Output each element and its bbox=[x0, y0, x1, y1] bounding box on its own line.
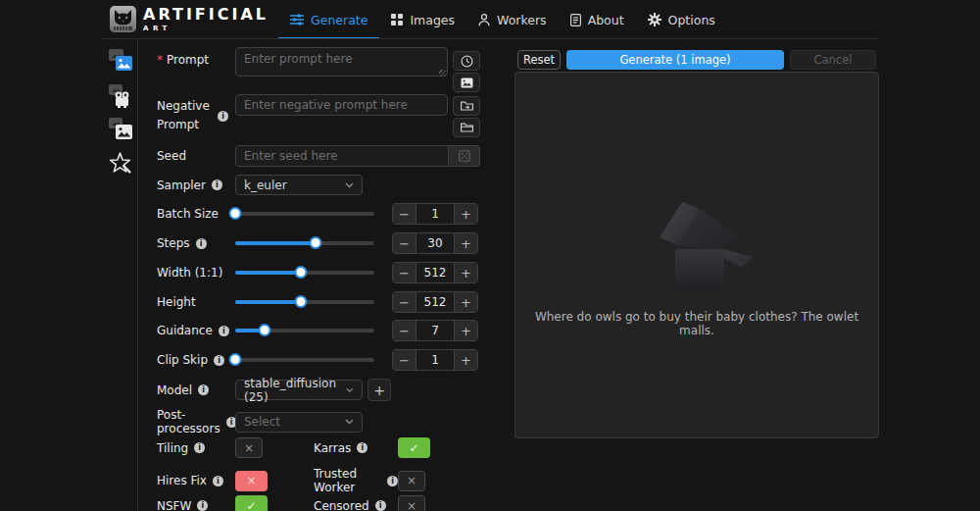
sidebar-item-video-generation[interactable] bbox=[106, 82, 135, 110]
censored-toggle[interactable]: × bbox=[398, 495, 425, 511]
clip-skip-slider[interactable] bbox=[235, 353, 374, 367]
main-nav: Generate Images Workers bbox=[278, 0, 727, 39]
info-icon[interactable]: i bbox=[219, 326, 229, 336]
increment-button[interactable]: + bbox=[454, 263, 477, 282]
sidebar-item-image-gallery[interactable] bbox=[106, 116, 135, 143]
nsfw-toggle[interactable]: ✓ bbox=[235, 495, 268, 511]
info-icon[interactable]: i bbox=[387, 476, 398, 486]
steps-row: Stepsi − 30 + bbox=[157, 232, 480, 254]
sampler-row: Sampler i k_euler bbox=[157, 175, 480, 195]
info-icon[interactable]: i bbox=[198, 384, 209, 395]
sampler-select[interactable]: k_euler bbox=[235, 175, 363, 195]
cancel-button[interactable]: Cancel bbox=[790, 50, 876, 70]
prompt-history-button[interactable] bbox=[453, 51, 480, 71]
width-row: Width (1:1) − 512 + bbox=[157, 262, 480, 283]
prompt-image-button[interactable] bbox=[453, 73, 480, 92]
prompt-label: * Prompt bbox=[157, 53, 235, 67]
karras-toggle[interactable]: ✓ bbox=[398, 437, 430, 458]
guidance-slider[interactable] bbox=[235, 324, 374, 337]
seed-input[interactable] bbox=[235, 145, 449, 167]
app-logo[interactable]: ARTIFICIAL ART bbox=[110, 6, 269, 32]
chevron-down-icon bbox=[345, 419, 354, 425]
censored-label: Censored i bbox=[314, 499, 398, 511]
hires-fix-toggle[interactable]: × bbox=[235, 471, 268, 491]
model-label: Model i bbox=[157, 383, 235, 397]
increment-button[interactable]: + bbox=[454, 292, 477, 312]
height-slider[interactable] bbox=[235, 295, 374, 309]
decrement-button[interactable]: − bbox=[393, 350, 416, 370]
save-prompt-button[interactable] bbox=[453, 96, 480, 116]
steps-stepper: − 30 + bbox=[392, 232, 478, 254]
width-slider[interactable] bbox=[235, 266, 374, 280]
info-icon[interactable]: i bbox=[194, 442, 205, 453]
nsfw-censored-row: NSFW i ✓ Censored i × bbox=[157, 495, 480, 511]
decrement-button[interactable]: − bbox=[393, 321, 416, 340]
width-value[interactable]: 512 bbox=[416, 263, 454, 282]
nav-tab-about[interactable]: About bbox=[559, 0, 636, 39]
info-icon[interactable]: i bbox=[197, 500, 208, 511]
generate-button[interactable]: Generate (1 image) bbox=[566, 50, 784, 70]
nav-tab-generate[interactable]: Generate bbox=[278, 0, 379, 39]
info-icon[interactable]: i bbox=[212, 179, 222, 190]
trusted-worker-toggle[interactable]: × bbox=[398, 471, 425, 491]
document-icon bbox=[570, 14, 581, 26]
add-model-button[interactable]: + bbox=[368, 379, 391, 401]
info-icon[interactable]: i bbox=[218, 111, 228, 122]
info-icon[interactable]: i bbox=[375, 500, 386, 511]
tiling-toggle[interactable]: × bbox=[235, 437, 263, 458]
decrement-button[interactable]: − bbox=[393, 233, 416, 253]
slider-thumb[interactable] bbox=[258, 324, 270, 336]
gear-icon bbox=[648, 13, 662, 26]
sidebar-item-rate-images[interactable] bbox=[106, 149, 135, 177]
steps-value[interactable]: 30 bbox=[416, 233, 454, 253]
guidance-value[interactable]: 7 bbox=[416, 321, 454, 340]
decrement-button[interactable]: − bbox=[393, 263, 416, 282]
nav-tab-images[interactable]: Images bbox=[379, 0, 466, 39]
load-prompt-button[interactable] bbox=[453, 118, 480, 137]
grid-icon bbox=[391, 14, 403, 26]
info-icon[interactable]: i bbox=[213, 476, 223, 486]
random-seed-button[interactable] bbox=[449, 145, 480, 167]
model-select[interactable]: stable_diffusion (25) bbox=[235, 380, 363, 400]
info-icon[interactable]: i bbox=[214, 355, 224, 366]
sidebar-item-image-generation[interactable] bbox=[106, 47, 135, 75]
person-icon bbox=[478, 14, 490, 26]
slider-thumb[interactable] bbox=[229, 207, 242, 220]
folder-open-icon bbox=[461, 100, 473, 112]
prompt-row: * Prompt bbox=[157, 47, 480, 92]
empty-box-icon bbox=[638, 186, 756, 294]
header-divider bbox=[103, 38, 879, 39]
batch-size-row: Batch Size − 1 + bbox=[157, 203, 480, 225]
increment-button[interactable]: + bbox=[454, 350, 477, 370]
image-thumbnail-icon bbox=[461, 77, 473, 88]
clip-skip-row: Clip Skipi − 1 + bbox=[157, 349, 480, 371]
info-icon[interactable]: i bbox=[196, 238, 207, 249]
batch-size-label: Batch Size bbox=[157, 207, 235, 221]
prompt-input[interactable] bbox=[235, 47, 448, 77]
increment-button[interactable]: + bbox=[454, 321, 477, 340]
required-mark: * bbox=[157, 53, 163, 67]
slider-thumb[interactable] bbox=[310, 236, 322, 249]
nav-tab-workers[interactable]: Workers bbox=[466, 0, 559, 39]
slider-thumb[interactable] bbox=[229, 353, 242, 366]
post-processors-select[interactable]: Select bbox=[235, 412, 363, 433]
steps-slider[interactable] bbox=[235, 236, 374, 250]
increment-button[interactable]: + bbox=[454, 233, 477, 253]
reset-button[interactable]: Reset bbox=[517, 50, 561, 70]
info-icon[interactable]: i bbox=[357, 442, 368, 453]
post-processors-row: Post-processors i Select bbox=[157, 408, 480, 435]
guidance-row: Guidancei − 7 + bbox=[157, 320, 480, 341]
clip-skip-value[interactable]: 1 bbox=[416, 350, 454, 370]
tiling-label: Tiling i bbox=[157, 441, 235, 455]
batch-size-value[interactable]: 1 bbox=[416, 204, 454, 224]
decrement-button[interactable]: − bbox=[393, 204, 416, 224]
negative-prompt-input[interactable] bbox=[235, 94, 448, 116]
clip-skip-stepper: − 1 + bbox=[392, 349, 478, 371]
increment-button[interactable]: + bbox=[454, 204, 477, 224]
nav-tab-options[interactable]: Options bbox=[636, 0, 727, 39]
height-value[interactable]: 512 bbox=[416, 292, 454, 312]
slider-thumb[interactable] bbox=[294, 295, 307, 308]
slider-thumb[interactable] bbox=[294, 266, 307, 279]
decrement-button[interactable]: − bbox=[393, 292, 416, 312]
batch-size-slider[interactable] bbox=[235, 207, 374, 221]
